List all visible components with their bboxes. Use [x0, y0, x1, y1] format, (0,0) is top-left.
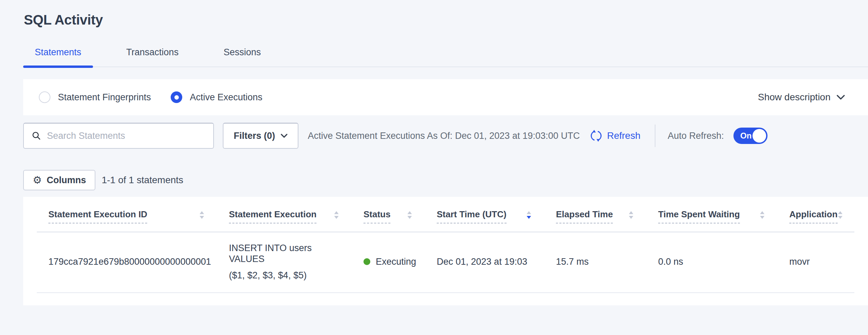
- column-header-elapsed-time[interactable]: Elapsed Time: [544, 209, 647, 232]
- view-mode-strip: Statement Fingerprints Active Executions…: [23, 79, 868, 115]
- column-header-label: Statement Execution ID: [48, 209, 147, 223]
- radio-statement-fingerprints[interactable]: Statement Fingerprints: [39, 91, 151, 103]
- radio-unselected-icon[interactable]: [39, 91, 50, 103]
- radio-selected-icon[interactable]: [171, 91, 182, 103]
- show-description-label: Show description: [758, 92, 831, 103]
- radio-label: Active Executions: [190, 92, 262, 103]
- cell-time-spent-waiting: 0.0 ns: [647, 243, 778, 281]
- column-header-label: Statement Execution: [229, 209, 316, 223]
- status-executing-dot-icon: [363, 258, 370, 265]
- sort-icon[interactable]: [760, 211, 765, 219]
- toggle-knob: [753, 129, 766, 143]
- column-header-application[interactable]: Application: [778, 209, 856, 232]
- column-header-label: Elapsed Time: [556, 209, 613, 223]
- column-header-label: Application: [789, 209, 838, 223]
- statement-line-2: ($1, $2, $3, $4, $5): [229, 270, 307, 281]
- status-label: Executing: [376, 257, 416, 267]
- search-icon: [32, 131, 41, 141]
- column-header-statement-execution-id[interactable]: Statement Execution ID: [37, 209, 217, 232]
- chevron-down-icon: [281, 134, 288, 138]
- filters-label: Filters (0): [234, 131, 275, 141]
- toolbar: Filters (0) Active Statement Executions …: [23, 123, 868, 149]
- sort-icon-descending-active[interactable]: [526, 211, 531, 219]
- refresh-label: Refresh: [607, 130, 640, 141]
- toolbar-divider: [655, 125, 655, 147]
- show-description-toggle[interactable]: Show description: [758, 92, 845, 103]
- tab-sessions[interactable]: Sessions: [212, 47, 273, 67]
- column-header-label: Status: [363, 209, 390, 223]
- chevron-down-icon: [837, 95, 845, 100]
- cell-status: Executing: [352, 243, 425, 281]
- auto-refresh-label: Auto Refresh:: [668, 131, 724, 141]
- sort-icon[interactable]: [838, 211, 843, 219]
- view-mode-radio-group: Statement Fingerprints Active Executions: [39, 91, 262, 103]
- result-count: 1-1 of 1 statements: [102, 175, 183, 186]
- cell-start-time: Dec 01, 2023 at 19:03: [425, 243, 544, 281]
- cell-elapsed-time: 15.7 ms: [544, 243, 647, 281]
- table-controls-row: ⚙ Columns 1-1 of 1 statements: [23, 170, 868, 190]
- column-header-label: Time Spent Waiting: [658, 209, 740, 223]
- page-title: SQL Activity: [24, 12, 868, 28]
- cell-application: movr: [778, 243, 854, 281]
- columns-label: Columns: [47, 175, 86, 186]
- refresh-button[interactable]: Refresh: [590, 130, 640, 142]
- cell-execution-id: 179cca7921e679b80000000000000001: [37, 243, 217, 281]
- as-of-timestamp: Active Statement Executions As Of: Dec 0…: [308, 131, 580, 141]
- gear-icon: ⚙: [33, 175, 42, 185]
- column-header-statement-execution[interactable]: Statement Execution: [217, 209, 352, 232]
- table-row[interactable]: 179cca7921e679b80000000000000001 INSERT …: [37, 232, 854, 293]
- column-header-time-spent-waiting[interactable]: Time Spent Waiting: [647, 209, 778, 232]
- refresh-icon: [590, 130, 602, 142]
- search-box: [23, 123, 214, 149]
- toggle-state-label: On: [740, 131, 751, 141]
- auto-refresh-toggle[interactable]: On: [733, 128, 768, 144]
- statement-line-1: INSERT INTO users VALUES: [229, 243, 339, 264]
- radio-label: Statement Fingerprints: [58, 92, 151, 103]
- column-header-status[interactable]: Status: [352, 209, 425, 232]
- tabs-bar: Statements Transactions Sessions: [23, 47, 868, 67]
- sort-icon[interactable]: [199, 211, 204, 219]
- tab-transactions[interactable]: Transactions: [115, 47, 190, 67]
- column-header-start-time[interactable]: Start Time (UTC): [425, 209, 544, 232]
- table-header-row: Statement Execution ID Statement Executi…: [37, 197, 854, 232]
- filters-button[interactable]: Filters (0): [223, 123, 298, 149]
- cell-statement: INSERT INTO users VALUES ($1, $2, $3, $4…: [217, 243, 352, 281]
- sort-icon[interactable]: [629, 211, 634, 219]
- radio-active-executions[interactable]: Active Executions: [171, 91, 262, 103]
- column-header-label: Start Time (UTC): [437, 209, 507, 223]
- sort-icon[interactable]: [407, 211, 412, 219]
- columns-button[interactable]: ⚙ Columns: [23, 170, 95, 190]
- tab-statements[interactable]: Statements: [23, 47, 93, 67]
- statements-table: Statement Execution ID Statement Executi…: [23, 197, 868, 305]
- search-input[interactable]: [47, 131, 210, 141]
- sort-icon[interactable]: [334, 211, 339, 219]
